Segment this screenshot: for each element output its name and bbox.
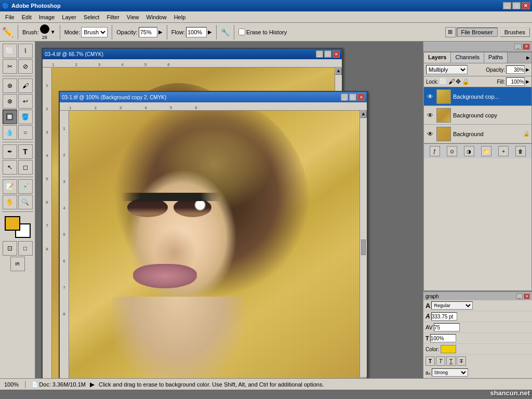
font-size-input[interactable]	[431, 312, 457, 321]
font-select[interactable]: Regular	[431, 301, 473, 310]
fill-value-input[interactable]	[506, 77, 525, 86]
layer-item-1[interactable]: 👁 Background cop...	[424, 87, 531, 106]
erase-to-history-checkbox[interactable]	[238, 29, 245, 35]
crop-tool[interactable]: ✂	[3, 59, 17, 74]
mode-select[interactable]: Brush	[81, 27, 108, 37]
slice-tool[interactable]: ⊘	[18, 59, 33, 74]
brush-preview[interactable]	[40, 24, 49, 34]
doc2-scroll-thumb-v[interactable]	[361, 240, 366, 255]
char-minimize-btn[interactable]: _	[516, 294, 523, 299]
doc-1-minimize[interactable]: _	[316, 50, 323, 58]
fill-arrow-btn[interactable]: ▶	[526, 79, 529, 84]
bold-btn[interactable]: T	[425, 356, 435, 366]
underline-btn[interactable]: T	[446, 356, 456, 366]
doc-1-close[interactable]: ✕	[332, 50, 340, 58]
type-tool[interactable]: T	[18, 144, 33, 159]
doc-1-controls: _ □ ✕	[316, 50, 340, 58]
pen-tool[interactable]: ✒	[3, 144, 17, 159]
close-button[interactable]: ✕	[522, 2, 530, 9]
opacity-arrow[interactable]: ▶	[158, 29, 163, 35]
notes-tool[interactable]: 📝	[3, 179, 17, 194]
layer-new-btn[interactable]: +	[498, 146, 509, 156]
doc-2-scrollbar-v[interactable]: ▲ ▼	[360, 111, 367, 378]
lock-transparent-btn[interactable]: ⬜	[440, 78, 447, 85]
history-brush-tool[interactable]: ↩	[18, 94, 33, 109]
menu-view[interactable]: View	[124, 13, 142, 21]
doc-2-titlebar[interactable]: 03-1.tif @ 100% (Background copy 2, CMYK…	[60, 92, 367, 102]
clone-tool[interactable]: ⊗	[3, 94, 17, 109]
blend-mode-select[interactable]: Multiply	[426, 65, 468, 74]
menu-layer[interactable]: Layer	[59, 13, 79, 21]
foreground-color-swatch[interactable]	[5, 216, 20, 231]
doc-2-maximize[interactable]: □	[349, 94, 356, 101]
screen-mode-btn[interactable]: □	[18, 241, 33, 256]
layer-fx-btn[interactable]: ƒ	[430, 146, 440, 156]
tab-channels[interactable]: Channels	[451, 52, 484, 63]
opacity-value-input[interactable]	[506, 65, 525, 74]
layer-item-2[interactable]: 👁 Background copy	[424, 106, 531, 125]
blur-tool[interactable]: 💧	[3, 125, 17, 140]
hand-tool[interactable]: ✋	[3, 195, 17, 209]
fill-tool[interactable]: 🪣	[18, 110, 33, 124]
menu-help[interactable]: Help	[171, 13, 189, 21]
file-browser-button[interactable]: File Browser	[457, 28, 498, 37]
panel-close-btn[interactable]: ✕	[523, 44, 530, 50]
healing-tool[interactable]: ⊕	[3, 78, 17, 93]
strikethrough-btn[interactable]: T̶	[457, 356, 466, 366]
flow-arrow[interactable]: ▶	[208, 29, 212, 35]
minimize-button[interactable]: _	[503, 2, 511, 9]
lock-position-btn[interactable]: ✥	[456, 78, 461, 85]
menu-image[interactable]: Image	[36, 13, 58, 21]
layer-delete-btn[interactable]: 🗑	[515, 146, 526, 156]
layer-2-eye[interactable]: 👁	[426, 111, 434, 119]
layer-1-eye[interactable]: 👁	[426, 92, 434, 101]
layer-3-eye[interactable]: 👁	[426, 130, 434, 138]
marquee-tool[interactable]: ⬜	[3, 44, 17, 58]
doc-1-titlebar[interactable]: 03-4.tif @ 66.7% (CMYK) _ □ ✕	[43, 49, 342, 59]
layer-mask-btn[interactable]: ⊙	[447, 146, 457, 156]
lock-pixels-btn[interactable]: 🖌	[448, 78, 455, 85]
menu-file[interactable]: File	[2, 13, 18, 21]
quick-mask-btn[interactable]: ⊡	[3, 241, 17, 256]
eraser-tool[interactable]: 🔲	[3, 110, 17, 124]
layer-adjustment-btn[interactable]: ◑	[464, 146, 474, 156]
doc2-scroll-down[interactable]: ▼	[360, 377, 367, 378]
doc2-scroll-up[interactable]: ▲	[360, 111, 367, 118]
char-color-swatch[interactable]	[441, 345, 456, 353]
lasso-tool[interactable]: ⌇	[18, 44, 33, 58]
layer-group-btn[interactable]: 📁	[481, 146, 491, 156]
flow-input[interactable]	[186, 27, 207, 37]
menu-filter[interactable]: Filter	[103, 13, 122, 21]
panel-minimize-btn[interactable]: _	[514, 44, 522, 50]
leading-input[interactable]	[434, 323, 460, 331]
imageready-btn[interactable]: IR	[10, 257, 25, 271]
opacity-input[interactable]	[139, 27, 157, 37]
menu-select[interactable]: Select	[81, 13, 103, 21]
tab-layers[interactable]: Layers	[424, 52, 451, 63]
path-select-tool[interactable]: ↖	[3, 160, 17, 175]
doc-2-close[interactable]: ✕	[357, 94, 365, 101]
antialias-select[interactable]: Strong	[432, 368, 468, 377]
scale-input[interactable]	[430, 334, 456, 342]
eyedropper-tool[interactable]: 💉	[18, 179, 33, 194]
layer-item-3[interactable]: 👁 Background 🔒	[424, 125, 531, 143]
brush-tool[interactable]: 🖌	[18, 78, 33, 93]
char-close-btn[interactable]: ✕	[524, 294, 530, 299]
menu-edit[interactable]: Edit	[19, 13, 35, 21]
scroll-up-btn[interactable]: ▲	[335, 68, 342, 75]
italic-btn[interactable]: T	[436, 356, 445, 366]
menu-window[interactable]: Window	[143, 13, 170, 21]
maximize-button[interactable]: □	[512, 2, 521, 9]
tab-paths[interactable]: Paths	[484, 52, 508, 63]
panel-options-btn[interactable]: ▶	[524, 52, 531, 63]
dodge-tool[interactable]: ○	[18, 125, 33, 140]
doc-1-maximize[interactable]: □	[324, 50, 331, 58]
doc-2-minimize[interactable]: _	[341, 94, 348, 101]
opacity-arrow-btn[interactable]: ▶	[526, 67, 529, 72]
shape-tool[interactable]: ◻	[18, 160, 33, 175]
brushes-button[interactable]: Brushes	[500, 28, 530, 37]
options-button[interactable]: ⊞	[445, 27, 456, 37]
zoom-tool[interactable]: 🔍	[18, 195, 33, 209]
lock-all-btn[interactable]: 🔒	[462, 78, 470, 85]
brush-dropdown-arrow[interactable]: ▼	[50, 29, 56, 35]
